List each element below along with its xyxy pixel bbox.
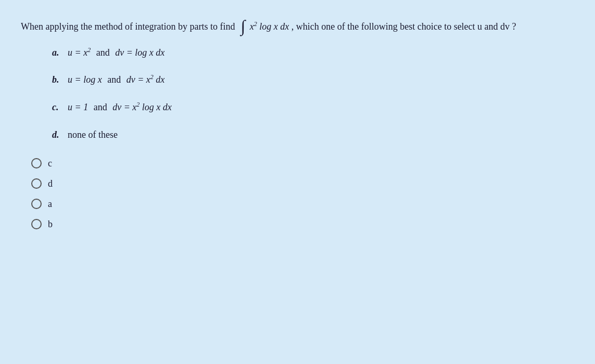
question-container: When applying the method of integration … bbox=[21, 16, 574, 230]
radio-item-a[interactable]: a bbox=[31, 199, 574, 210]
choice-a: a. u = x2 and dv = log x dx bbox=[52, 45, 574, 60]
integral-content: x2 log x dx bbox=[250, 21, 292, 32]
radio-options: c d a b bbox=[21, 158, 574, 230]
choice-a-label: a. bbox=[52, 45, 68, 60]
radio-circle-b[interactable] bbox=[31, 219, 42, 229]
radio-circle-c[interactable] bbox=[31, 158, 42, 168]
radio-label-a: a bbox=[48, 199, 52, 210]
question-part1: When applying the method of integration … bbox=[21, 21, 235, 32]
radio-circle-d[interactable] bbox=[31, 178, 42, 189]
radio-item-d[interactable]: d bbox=[31, 178, 574, 189]
radio-item-b[interactable]: b bbox=[31, 219, 574, 230]
choice-b-label: b. bbox=[52, 72, 68, 87]
radio-label-c: c bbox=[48, 158, 52, 169]
question-text: When applying the method of integration … bbox=[21, 16, 573, 35]
integral-expression: ∫ x2 log x dx bbox=[237, 21, 292, 32]
choice-c-content: u = 1 and dv = x2 log x dx bbox=[68, 100, 172, 115]
choice-c-and: and bbox=[94, 102, 107, 112]
choices-container: a. u = x2 and dv = log x dx b. u = log x… bbox=[21, 45, 574, 142]
choice-b-and: and bbox=[107, 74, 121, 85]
choice-a-and: and bbox=[96, 47, 110, 58]
choice-c: c. u = 1 and dv = x2 log x dx bbox=[52, 100, 574, 115]
choice-b-content: u = log x and dv = x2 dx bbox=[68, 72, 164, 87]
radio-circle-a[interactable] bbox=[31, 199, 42, 209]
radio-label-d: d bbox=[48, 178, 53, 189]
choice-b: b. u = log x and dv = x2 dx bbox=[52, 72, 574, 87]
question-part2: , which one of the following best choice… bbox=[292, 21, 516, 32]
choice-d-content: none of these bbox=[68, 127, 118, 142]
choice-d: d. none of these bbox=[52, 127, 574, 142]
choice-d-label: d. bbox=[52, 127, 68, 142]
integral-sign: ∫ bbox=[240, 17, 245, 35]
radio-item-c[interactable]: c bbox=[31, 158, 574, 169]
choice-c-label: c. bbox=[52, 100, 68, 115]
radio-label-b: b bbox=[48, 219, 53, 230]
choice-a-content: u = x2 and dv = log x dx bbox=[68, 45, 164, 60]
